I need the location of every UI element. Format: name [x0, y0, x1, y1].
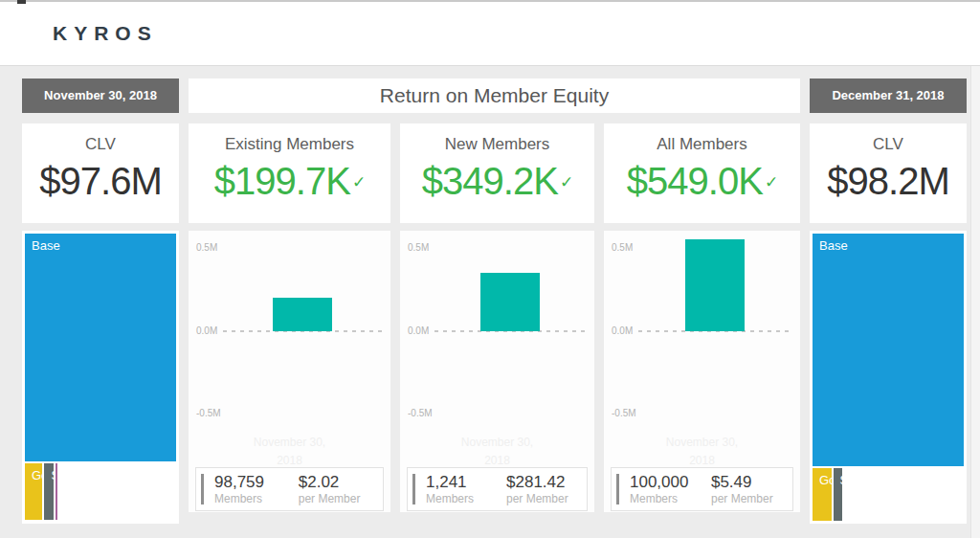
kpi-value: $549.0K✓: [604, 160, 800, 203]
y-axis-tick: 0.0M: [612, 326, 633, 336]
y-axis-tick: 0.5M: [612, 243, 633, 253]
bar-all-members[interactable]: [685, 239, 745, 331]
members-stat-card[interactable]: 1,241 Members $281.42 per Member: [407, 467, 588, 511]
kpi-value: $199.7K✓: [189, 160, 390, 203]
y-axis-tick: 0.5M: [408, 243, 429, 253]
goal-met-check-icon: ✓: [352, 173, 365, 191]
kpi-row: CLV $97.6M Existing Members $199.7K✓ New…: [22, 123, 967, 223]
kpi-title: All Members: [604, 135, 800, 154]
goal-met-check-icon: ✓: [765, 173, 777, 191]
kpi-value: $98.2M: [810, 160, 967, 203]
kpi-title: Existing Members: [189, 135, 390, 154]
y-axis-tick: -0.5M: [408, 409, 433, 418]
stat-value: $5.49: [711, 473, 792, 492]
treemap-clv-right[interactable]: Base Gold Silver: [810, 231, 967, 524]
page-scrollbar[interactable]: [970, 66, 980, 538]
report-title: Return on Member Equity: [380, 84, 609, 106]
kpi-card-clv-left[interactable]: CLV $97.6M: [22, 123, 179, 223]
app-header: KYROS: [0, 2, 980, 66]
stat-label: per Member: [299, 492, 383, 505]
goal-met-check-icon: ✓: [560, 173, 572, 191]
kyros-logo: KYROS: [53, 22, 158, 45]
members-stat-card[interactable]: 98,759 Members $2.02 per Member: [195, 467, 384, 511]
stat-members: 100,000 Members: [619, 473, 701, 505]
kpi-value: $349.2K✓: [400, 160, 594, 203]
treemap-segment-gold[interactable]: Gold: [25, 463, 42, 520]
x-axis-label: November 30, 2018: [604, 434, 800, 469]
y-axis-tick: -0.5M: [612, 409, 636, 418]
members-stat-card[interactable]: 100,000 Members $5.49 per Member: [611, 467, 793, 511]
header-row: November 30, 2018 Return on Member Equit…: [22, 78, 967, 113]
stat-per-member: $5.49 per Member: [701, 473, 792, 505]
treemap-segment-silver[interactable]: Silver: [44, 463, 54, 520]
kpi-card-all-members[interactable]: All Members $549.0K✓: [604, 123, 800, 223]
treemap-segment-label: Base: [819, 238, 848, 253]
treemap-segment-label: Silver: [840, 473, 872, 487]
kpi-title: CLV: [22, 135, 179, 154]
treemap-clv-left[interactable]: Base Gold Silver: [22, 231, 179, 524]
stat-value: 100,000: [630, 473, 701, 492]
bar-new-members[interactable]: [480, 273, 540, 331]
treemap-segment-base[interactable]: Base: [813, 234, 964, 466]
treemap-segment-label: Base: [32, 238, 60, 253]
stat-value: $2.02: [299, 473, 383, 492]
x-axis-label: November 30, 2018: [189, 434, 390, 469]
left-date-slicer[interactable]: November 30, 2018: [22, 78, 179, 113]
kpi-card-existing-members[interactable]: Existing Members $199.7K✓: [189, 123, 390, 223]
y-axis-tick: 0.0M: [408, 326, 429, 336]
treemap-bottom-row: Gold Silver: [813, 468, 964, 521]
kpi-card-clv-right[interactable]: CLV $98.2M: [810, 123, 967, 223]
kpi-title: CLV: [810, 135, 967, 154]
stat-value: 1,241: [426, 473, 496, 492]
visuals-row: Base Gold Silver 0.5M 0.0M -0.5M Novembe…: [22, 231, 967, 524]
stat-label: per Member: [711, 492, 792, 505]
report-title-card: Return on Member Equity: [189, 78, 800, 113]
treemap-segment-other[interactable]: [56, 463, 57, 520]
stat-value: 98,759: [214, 473, 288, 492]
x-axis-label: November 30, 2018: [400, 434, 594, 469]
y-axis-tick: 0.5M: [196, 243, 217, 253]
stat-label: Members: [630, 492, 701, 505]
stat-members: 98,759 Members: [204, 473, 288, 505]
report-canvas: November 30, 2018 Return on Member Equit…: [0, 66, 980, 538]
stat-label: Members: [214, 492, 288, 505]
bar-chart-all-members[interactable]: 0.5M 0.0M -0.5M November 30, 2018 100,00…: [604, 231, 800, 512]
bar-chart-existing-members[interactable]: 0.5M 0.0M -0.5M November 30, 2018 98,759…: [189, 231, 390, 512]
treemap-bottom-row: Gold Silver: [25, 463, 176, 520]
kpi-value: $97.6M: [22, 160, 179, 203]
y-axis-tick: 0.0M: [196, 326, 217, 336]
y-axis-tick: -0.5M: [196, 409, 221, 418]
right-date-slicer[interactable]: December 31, 2018: [810, 78, 967, 113]
kpi-card-new-members[interactable]: New Members $349.2K✓: [400, 123, 594, 223]
top-edge-mark: [17, 0, 26, 4]
bar-existing-members[interactable]: [273, 298, 332, 331]
stat-value: $281.42: [506, 473, 587, 492]
treemap-segment-silver[interactable]: Silver: [834, 468, 842, 521]
treemap-segment-gold[interactable]: Gold: [813, 468, 832, 521]
stat-label: Members: [426, 492, 496, 505]
kpi-title: New Members: [400, 135, 594, 154]
stat-members: 1,241 Members: [415, 473, 496, 505]
stat-per-member: $281.42 per Member: [496, 473, 587, 505]
bar-chart-new-members[interactable]: 0.5M 0.0M -0.5M November 30, 2018 1,241 …: [400, 231, 594, 512]
stat-label: per Member: [506, 492, 587, 505]
treemap-segment-base[interactable]: Base: [25, 234, 176, 461]
stat-per-member: $2.02 per Member: [288, 473, 383, 505]
